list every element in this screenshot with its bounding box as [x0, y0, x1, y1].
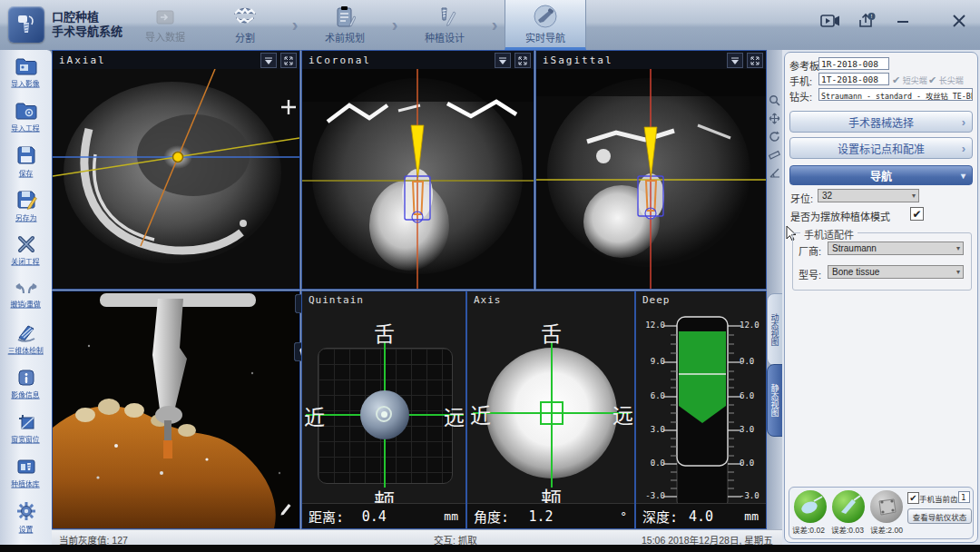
model-select[interactable]: Bone tissue ▾ — [828, 265, 964, 279]
instrument-select-button[interactable]: 手术器械选择 › — [789, 111, 973, 133]
step-import-data[interactable]: 导入数据 — [125, 0, 205, 50]
navigator-status-button[interactable]: 查看导航仪状态 — [907, 508, 972, 524]
tick-label: 9.0 — [638, 357, 665, 366]
folder-image-icon — [15, 56, 38, 76]
tip-long-checkbox[interactable]: ✔ 长尖端 — [928, 74, 964, 86]
vendor-select[interactable]: Straumann ▾ — [828, 242, 964, 255]
sidebar-item-label: 撤销/重做 — [11, 298, 41, 308]
sidebar-item-close-project[interactable]: 关闭工程 — [0, 228, 52, 272]
close-button[interactable] — [947, 11, 971, 31]
error-value: 误差:0.02 — [792, 524, 825, 535]
handpiece-input[interactable]: 1T-2018-008 — [818, 73, 889, 85]
view-sagittal[interactable]: iSagittal — [535, 50, 767, 290]
panel-deep: Deep — [635, 291, 767, 529]
axial-target-dot[interactable] — [173, 153, 183, 163]
tip-short-checkbox[interactable]: ✔ 短尖端 — [892, 74, 927, 86]
svg-text:!: ! — [870, 13, 872, 19]
sidebar-item-save[interactable]: 保存 — [0, 139, 52, 183]
error-value: 误差:0.03 — [831, 524, 864, 535]
rotate-icon[interactable] — [769, 130, 780, 142]
vendor-label: 厂商: — [799, 243, 821, 258]
sidebar-item-image-info[interactable]: 影像信息 — [0, 361, 52, 406]
sagittal-ct-image[interactable] — [536, 69, 766, 289]
coronal-ct-image[interactable] — [302, 69, 534, 289]
ruler-icon[interactable] — [769, 148, 780, 160]
vendor-value: Straumann — [832, 243, 877, 253]
step-chevron-icon: › — [485, 15, 505, 35]
app-title: 口腔种植 手术导航系统 — [52, 10, 122, 39]
pan-icon[interactable] — [769, 112, 780, 123]
expand-icon — [518, 56, 527, 65]
sidebar-item-save-as[interactable]: 另存为 — [0, 183, 52, 228]
drill-input[interactable]: Straumann - standard - 攻丝钻 TE-BL - Φ3. — [818, 88, 973, 101]
sidebar-item-volume-render[interactable]: 三维体绘制 — [0, 317, 52, 361]
readout-label: 深度: — [642, 507, 678, 526]
adapter-group-label: 手机适配件 — [800, 227, 858, 242]
sidebar-item-import-project[interactable]: 导入工程 — [0, 94, 52, 139]
window-controls: ! — [818, 11, 971, 31]
3d-scene[interactable] — [53, 291, 299, 528]
reference-label: 参考板: — [789, 58, 822, 73]
view-menu-button[interactable] — [727, 53, 743, 68]
sidebar-item-label: 关闭工程 — [12, 255, 40, 265]
current-tooth-checkbox[interactable]: ✔ — [907, 492, 919, 504]
view-expand-button[interactable] — [514, 53, 531, 68]
step-realtime-navigation[interactable]: 实时导航 — [505, 0, 586, 50]
tick-label: -3.0 — [638, 491, 665, 500]
step-segmentation[interactable]: 分割 — [205, 0, 285, 50]
view-axial[interactable]: iAxial — [52, 50, 300, 290]
sidebar-item-implant-library[interactable]: 种植体库 — [0, 450, 52, 495]
tick-label: 0.0 — [740, 458, 767, 468]
annotate-button[interactable] — [279, 501, 293, 519]
panel-quintain: Quintain 舌 近 远 颊 距离: 0.4 mm — [301, 291, 466, 529]
sidebar-item-label: 另存为 — [15, 212, 36, 222]
bottom-edge — [0, 545, 980, 552]
view-coronal[interactable]: iCoronal — [301, 50, 534, 290]
view-3d[interactable] — [52, 291, 300, 529]
sidebar-item-settings[interactable]: 设置 — [0, 495, 52, 539]
step-preop-planning[interactable]: 术前规划 — [305, 0, 385, 50]
handpiece-label: 手机: — [789, 74, 812, 88]
view-expand-button[interactable] — [280, 53, 297, 68]
distance-readout: 距离: 0.4 mm — [302, 503, 466, 528]
volume-render-icon — [15, 323, 37, 343]
angle-readout: 角度: 1.2 ° — [467, 503, 634, 528]
view-menu-button[interactable] — [495, 53, 511, 68]
angle-icon[interactable] — [769, 166, 780, 178]
marker-registration-button[interactable]: 设置标记点和配准 › — [789, 137, 973, 159]
view-title: iSagittal — [543, 54, 613, 66]
readout-unit: mm — [444, 509, 458, 523]
sidebar-item-label: 三维体绘制 — [8, 344, 44, 354]
sidebar-item-import-image[interactable]: 导入影像 — [0, 50, 52, 94]
navigation-section-header[interactable]: 导航 ▾ — [789, 165, 973, 185]
export-report-button[interactable]: ! — [855, 11, 878, 31]
sagittal-view-header: iSagittal — [536, 51, 766, 69]
quintain-target-dot — [381, 411, 387, 418]
view-expand-button[interactable] — [747, 53, 763, 68]
current-tooth-input[interactable]: 1 — [958, 491, 970, 503]
step-label: 分割 — [235, 30, 255, 44]
tab-dynamic-view[interactable]: 动态视图 — [767, 293, 783, 366]
sidebar-item-undo-redo[interactable]: 撤销/重做 — [0, 272, 52, 317]
record-video-button[interactable] — [818, 11, 842, 31]
placement-mode-checkbox[interactable]: ✔ — [910, 207, 924, 221]
reference-input[interactable]: 1R-2018-008 — [818, 57, 889, 70]
axial-ct-image[interactable] — [53, 69, 299, 289]
tick-label: -3.0 — [740, 491, 767, 500]
tick-label: 0.0 — [638, 458, 665, 468]
nav-header-label: 导航 — [870, 168, 892, 183]
implant-3d — [163, 440, 172, 458]
save-as-icon — [15, 189, 37, 211]
step-implant-design[interactable]: 种植设计 — [405, 0, 485, 50]
view-menu-button[interactable] — [260, 53, 277, 68]
readout-value: 1.2 — [528, 508, 553, 525]
step-chevron-icon: › — [385, 15, 405, 35]
magnifier-icon[interactable] — [769, 94, 780, 105]
tooth-position-select[interactable]: 32 ▾ — [818, 189, 919, 202]
image-info-icon — [16, 368, 36, 388]
left-toolbar: 导入影像 导入工程 保存 另存为 — [0, 50, 53, 545]
readout-value: 0.4 — [362, 508, 387, 525]
sidebar-item-window-level[interactable]: 窗宽窗位 — [0, 406, 52, 450]
minimize-button[interactable] — [891, 11, 915, 31]
tab-static-view[interactable]: 静态视图 — [767, 364, 783, 437]
